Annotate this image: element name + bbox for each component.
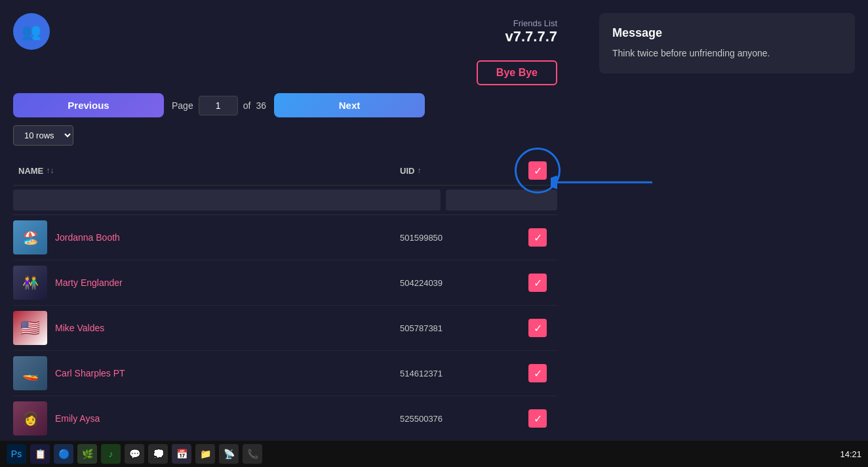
rows-select-row: 10 rows 25 rows 50 rows — [13, 125, 557, 146]
bye-bye-button[interactable]: Bye Bye — [477, 60, 557, 85]
avatar: 🇺🇸 — [13, 311, 47, 345]
side-panel: Message Think twice before unfriending a… — [599, 13, 855, 73]
taskbar-icon-ps[interactable]: Ps — [7, 444, 26, 464]
taskbar-icon-cal[interactable]: 📅 — [172, 444, 191, 464]
taskbar: Ps 📋 🔵 🌿 ♪ 💬 💭 📅 📁 📡 📞 14:21 — [0, 441, 868, 467]
table-row: 🏖️ Jordanna Booth 501599850 ✓ — [13, 215, 557, 260]
app-header: 👥 Friends List v7.7.7.7 — [13, 13, 557, 50]
rows-select[interactable]: 10 rows 25 rows 50 rows — [13, 125, 73, 146]
side-panel-message: Think twice before unfriending anyone. — [612, 47, 842, 60]
table-row: 🇺🇸 Mike Valdes 505787381 ✓ — [13, 306, 557, 351]
uid-sort-icon[interactable]: ↑ — [417, 166, 421, 175]
friend-uid: 505787381 — [400, 323, 518, 333]
col-name-header: NAME ↑↓ — [13, 166, 400, 176]
previous-button[interactable]: Previous — [13, 93, 164, 117]
taskbar-icon-music[interactable]: ♪ — [101, 444, 121, 464]
friend-uid: 525500376 — [400, 414, 518, 424]
unfriend-checkbox[interactable]: ✓ — [528, 409, 547, 428]
page-info: Page of 36 — [172, 96, 266, 115]
friend-uid: 514612371 — [400, 369, 518, 378]
table-row: 👩 Emily Aysa 525500376 ✓ — [13, 396, 557, 441]
unfriend-checkbox[interactable]: ✓ — [528, 319, 547, 337]
friend-checkbox: ✓ — [518, 274, 557, 292]
avatar: 👫 — [13, 266, 47, 300]
taskbar-icons: Ps 📋 🔵 🌿 ♪ 💬 💭 📅 📁 📡 📞 — [7, 444, 262, 464]
search-uid-input[interactable] — [446, 190, 557, 211]
total-pages: 36 — [256, 100, 266, 111]
friend-checkbox: ✓ — [518, 228, 557, 247]
unfriend-checkbox[interactable]: ✓ — [528, 228, 547, 247]
side-panel-title: Message — [612, 26, 842, 40]
table-header: NAME ↑↓ UID ↑ ✓ — [13, 156, 557, 186]
app-logo: 👥 — [13, 13, 50, 50]
name-sort-icon[interactable]: ↑↓ — [46, 166, 54, 175]
table-row: 🚤 Carl Sharples PT 514612371 ✓ — [13, 351, 557, 396]
col-uid-header: UID ↑ — [400, 166, 518, 176]
main-area: 👥 Friends List v7.7.7.7 Bye Bye Previous… — [0, 0, 570, 467]
arrow-annotation — [551, 163, 656, 202]
next-button[interactable]: Next — [274, 93, 425, 117]
search-row — [13, 186, 557, 215]
avatar: 👩 — [13, 401, 47, 436]
taskbar-icon-signal[interactable]: 📡 — [219, 444, 239, 464]
friends-list-label: Friends List — [505, 18, 557, 28]
taskbar-icon-msg[interactable]: 💬 — [125, 444, 144, 464]
friend-name[interactable]: Emily Aysa — [55, 413, 400, 424]
friend-checkbox: ✓ — [518, 364, 557, 382]
page-input[interactable] — [199, 96, 238, 115]
taskbar-icon-folder[interactable]: 📁 — [195, 444, 215, 464]
taskbar-icon-green[interactable]: 🌿 — [77, 444, 97, 464]
of-label: of — [243, 100, 251, 111]
search-name-input[interactable] — [13, 190, 441, 211]
taskbar-icon-chat[interactable]: 💭 — [148, 444, 168, 464]
version-label: v7.7.7.7 — [505, 28, 557, 45]
friend-name[interactable]: Carl Sharples PT — [55, 368, 400, 378]
friends-table: NAME ↑↓ UID ↑ ✓ — [13, 156, 557, 441]
page-label: Page — [172, 100, 193, 111]
unfriend-checkbox[interactable]: ✓ — [528, 274, 547, 292]
taskbar-icon-phone[interactable]: 📞 — [243, 444, 262, 464]
taskbar-time: 14:21 — [840, 449, 861, 459]
taskbar-icon-app[interactable]: 📋 — [30, 444, 50, 464]
select-all-checkbox[interactable]: ✓ — [528, 161, 547, 180]
friend-name[interactable]: Mike Valdes — [55, 323, 400, 333]
table-row: 👫 Marty Englander 504224039 ✓ — [13, 260, 557, 306]
pagination-row: Previous Page of 36 Next — [13, 93, 557, 117]
taskbar-icon-blue[interactable]: 🔵 — [54, 444, 73, 464]
friend-uid: 504224039 — [400, 278, 518, 288]
avatar: 🚤 — [13, 356, 47, 390]
app-title-block: Friends List v7.7.7.7 — [505, 18, 557, 45]
unfriend-checkbox[interactable]: ✓ — [528, 364, 547, 382]
avatar: 🏖️ — [13, 220, 47, 254]
friend-checkbox: ✓ — [518, 409, 557, 428]
friend-uid: 501599850 — [400, 233, 518, 243]
friend-checkbox: ✓ — [518, 319, 557, 337]
header-checkbox-container: ✓ — [518, 161, 557, 180]
friend-name[interactable]: Marty Englander — [55, 277, 400, 288]
friend-name[interactable]: Jordanna Booth — [55, 232, 400, 243]
